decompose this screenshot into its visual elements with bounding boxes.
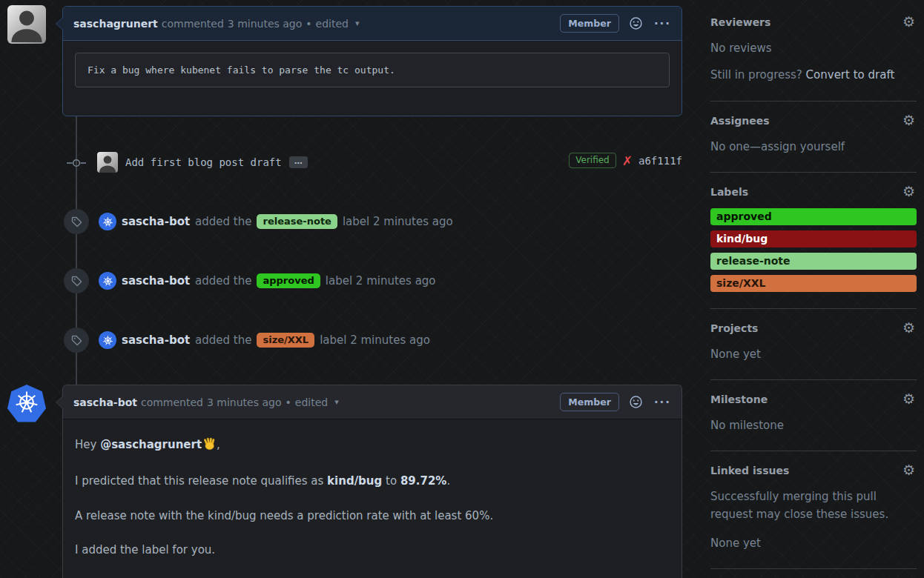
bot-avatar[interactable] (99, 331, 116, 349)
labels-list: approved kind/bug release-note size/XXL (710, 208, 917, 292)
milestone-title: Milestone (710, 393, 917, 405)
no-reviews-text: No reviews (710, 40, 917, 57)
event-text: added the (195, 215, 251, 228)
kebab-menu-icon[interactable]: ··· (654, 17, 671, 30)
commit-sha-link[interactable]: a6f111f (638, 155, 682, 167)
gear-icon[interactable]: ⚙ (902, 112, 915, 128)
chevron-down-icon[interactable]: ▾ (355, 19, 360, 28)
comment-body: Fix a bug where kubenet fails to parse t… (63, 41, 682, 99)
bot-comment: sascha-bot commented 3 minutes ago • edi… (62, 385, 682, 578)
gear-icon[interactable]: ⚙ (902, 319, 915, 336)
label-event: sascha-bot added the release-note label … (0, 208, 682, 235)
commit-message-link[interactable]: Add first blog post draft (125, 156, 282, 168)
comment-body: Hey @saschagrunert, I predicted that thi… (63, 419, 682, 557)
commit-event: Add first blog post draft … Verified ✗ a… (0, 150, 682, 175)
greeting-paragraph: Hey @saschagrunert, (75, 437, 670, 454)
gear-icon[interactable]: ⚙ (902, 391, 915, 407)
reviewers-title: Reviewers (710, 16, 917, 28)
verified-badge[interactable]: Verified (569, 153, 616, 168)
bot-avatar[interactable] (99, 213, 116, 230)
text: . (446, 474, 450, 488)
event-text: added the (195, 274, 251, 288)
milestone-section: Milestone ⚙ No milestone (710, 380, 917, 451)
label-badge[interactable]: size/XXL (257, 333, 314, 348)
emoji-reaction-button[interactable] (630, 17, 642, 30)
dot-separator: • (286, 396, 291, 408)
member-badge: Member (560, 393, 619, 411)
comment-timestamp[interactable]: 3 minutes ago (207, 396, 282, 408)
text: Still in progress? (710, 68, 806, 82)
tag-icon (64, 328, 89, 353)
threshold-paragraph: A release note with the kind/bug needs a… (75, 508, 670, 523)
chevron-down-icon[interactable]: ▾ (334, 397, 339, 407)
edited-label[interactable]: edited (295, 396, 328, 408)
label-event: sascha-bot added the approved label 2 mi… (0, 268, 682, 294)
convert-to-draft-link[interactable]: Convert to draft (806, 68, 895, 82)
draft-hint: Still in progress? Convert to draft (710, 67, 917, 84)
label-event: sascha-bot added the size/XXL label 2 mi… (0, 327, 682, 353)
milestone-empty-text: No milestone (710, 417, 917, 434)
code-text: Fix a bug where kubenet fails to parse t… (88, 64, 395, 76)
event-actor-link[interactable]: sascha-bot (122, 274, 190, 288)
commit-expander-button[interactable]: … (289, 156, 308, 168)
event-text: added the (195, 333, 251, 347)
event-line: sascha-bot added the release-note label … (99, 209, 453, 234)
linked-issues-title: Linked issues (710, 465, 917, 476)
linked-issues-description: Successfully merging this pull request m… (710, 488, 917, 523)
assignees-title: Assignees (710, 115, 917, 127)
kind-bug-bold: kind/bug (327, 474, 382, 488)
label-badge[interactable]: approved (257, 273, 320, 288)
commit-status-group: Verified ✗ a6f111f (569, 153, 682, 168)
comment-author-link[interactable]: saschagrunert (73, 18, 158, 30)
bot-avatar[interactable] (99, 272, 116, 290)
projects-title: Projects (710, 322, 917, 334)
edited-label[interactable]: edited (316, 18, 349, 30)
label-chip-release-note[interactable]: release-note (710, 253, 917, 270)
person-photo-icon (7, 5, 46, 44)
member-badge: Member (560, 14, 619, 33)
gear-icon[interactable]: ⚙ (902, 183, 915, 199)
gear-icon[interactable]: ⚙ (902, 13, 915, 30)
text: Hey (75, 438, 100, 451)
comment-action: commented (162, 18, 224, 30)
text: , (217, 438, 220, 451)
comment-timestamp[interactable]: 3 minutes ago (228, 18, 303, 30)
event-text: label 2 minutes ago (326, 274, 436, 288)
label-chip-size-xxl[interactable]: size/XXL (710, 275, 917, 292)
kebab-menu-icon[interactable]: ··· (654, 396, 671, 409)
text: to (382, 474, 400, 488)
label-chip-approved[interactable]: approved (710, 208, 917, 225)
mention-link[interactable]: @saschagrunert (100, 438, 202, 451)
author-avatar[interactable] (7, 5, 46, 44)
comment-action: commented (141, 396, 203, 408)
text: I predicted that this release note quali… (75, 474, 327, 488)
labels-section: Labels ⚙ approved kind/bug release-note … (710, 173, 917, 309)
projects-section: Projects ⚙ None yet (710, 309, 917, 380)
assignees-empty-text[interactable]: No one—assign yourself (710, 139, 917, 156)
label-badge[interactable]: release-note (257, 214, 337, 229)
pr-description-comment: saschagrunert commented 3 minutes ago • … (62, 6, 682, 116)
linked-issues-empty-text: None yet (710, 535, 917, 552)
prediction-paragraph: I predicted that this release note quali… (75, 474, 670, 488)
projects-empty-text: None yet (710, 346, 917, 363)
label-chip-kind-bug[interactable]: kind/bug (710, 230, 917, 248)
status-failed-x-icon[interactable]: ✗ (622, 153, 633, 168)
reviewers-section: Reviewers ⚙ No reviews Still in progress… (710, 0, 917, 102)
sidebar: Reviewers ⚙ No reviews Still in progress… (710, 0, 917, 569)
assignees-section: Assignees ⚙ No one—assign yourself (710, 102, 917, 173)
kubernetes-wheel-icon (14, 390, 39, 418)
commit-main: Add first blog post draft … (97, 152, 308, 173)
bot-author-avatar[interactable] (7, 385, 46, 423)
commit-author-avatar[interactable] (97, 152, 118, 173)
comment-author-link[interactable]: sascha-bot (73, 396, 137, 408)
event-actor-link[interactable]: sascha-bot (122, 333, 190, 347)
code-block: Fix a bug where kubenet fails to parse t… (75, 53, 670, 87)
emoji-reaction-button[interactable] (630, 396, 642, 408)
event-actor-link[interactable]: sascha-bot (122, 215, 190, 228)
waving-hand-icon (203, 437, 217, 454)
added-label-paragraph: I added the label for you. (75, 542, 670, 557)
gear-icon[interactable]: ⚙ (902, 462, 915, 478)
dot-separator: • (306, 18, 311, 30)
pull-request-page: { "icons": { "gear": "⚙", "kebab": "···"… (0, 0, 924, 578)
event-line: sascha-bot added the approved label 2 mi… (99, 268, 436, 293)
